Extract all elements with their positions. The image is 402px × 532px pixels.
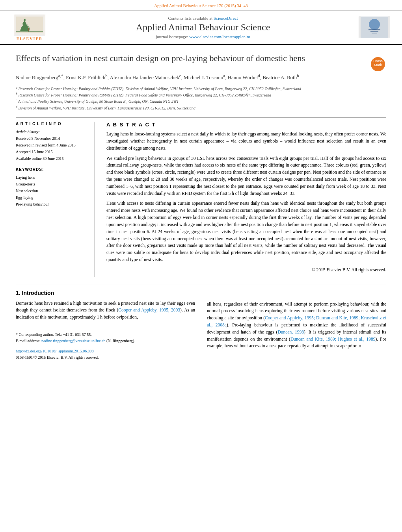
svg-rect-3: [16, 31, 43, 32]
affiliations: a Research Centre for Proper Housing: Po…: [16, 85, 386, 111]
footnote-area: * Corresponding author. Tel.: +41 31 631…: [16, 329, 195, 361]
keyword-3: Nest selection: [16, 187, 86, 194]
ref-cooper-kite-kruschwitz[interactable]: Cooper and Appleby, 1995; Duncan and Kit…: [207, 315, 386, 327]
abstract-heading: A B S T R A C T: [106, 122, 386, 128]
journal-center-info: Contents lists available at ScienceDirec…: [47, 16, 359, 39]
ref-cooper-appleby-1995-2003[interactable]: Cooper and Appleby, 1995, 2003: [118, 308, 180, 312]
intro-left-text: Domestic hens have retained a high motiv…: [16, 300, 195, 321]
intro-right-text: all hens, regardless of their environmen…: [207, 301, 386, 350]
main-content: Effects of variation in nest curtain des…: [0, 45, 402, 369]
accepted-date: Accepted 15 June 2015: [16, 148, 86, 155]
introduction-section: 1. Introduction Domestic hens have retai…: [16, 290, 386, 361]
crossmark-logo: Cross Mark: [370, 57, 386, 72]
abstract-para-2: We studied pre-laying behaviour in group…: [106, 155, 386, 197]
journal-title: Applied Animal Behaviour Science: [55, 22, 351, 33]
journal-logo: [359, 17, 390, 38]
history-label: Article history:: [16, 128, 86, 135]
intro-heading: 1. Introduction: [16, 290, 195, 296]
contents-available: Contents lists available at ScienceDirec…: [55, 16, 351, 20]
issn-line: 0168-1591/© 2015 Elsevier B.V. All right…: [16, 354, 195, 361]
svg-point-5: [369, 19, 380, 30]
section-divider-1: [16, 117, 386, 118]
received-revised-date: Received in revised form 4 June 2015: [16, 142, 86, 148]
abstract-copyright: © 2015 Elsevier B.V. All rights reserved…: [106, 267, 386, 274]
article-info-panel: A R T I C L E I N F O Article history: R…: [16, 122, 95, 276]
top-bar: Applied Animal Behaviour Science 170 (20…: [0, 0, 402, 11]
journal-citation-link[interactable]: Applied Animal Behaviour Science 170 (20…: [154, 3, 248, 8]
abstract-body: Laying hens in loose-housing systems sel…: [106, 131, 386, 273]
keywords-heading: Keywords:: [16, 167, 86, 172]
svg-rect-2: [28, 28, 29, 32]
email-label: E-mail address:: [16, 339, 40, 343]
elsevier-logo: ELSEVIER: [12, 14, 47, 41]
intro-right-col: all hens, regardless of their environmen…: [207, 290, 386, 361]
homepage-link[interactable]: www.elsevier.com/locate/applanim: [189, 34, 250, 39]
sciencedirect-link[interactable]: ScienceDirect: [214, 16, 238, 20]
svg-rect-8: [372, 33, 377, 33]
footnote-name: (N. Ringgenberg).: [106, 339, 135, 343]
keyword-5: Pre-laying behaviour: [16, 201, 86, 208]
email-link[interactable]: nadine.ringgenberg@vetsuisse.unifue.ch: [41, 339, 106, 343]
svg-rect-7: [370, 31, 378, 32]
keyword-2: Group-nests: [16, 181, 86, 187]
ref-duncan-1998[interactable]: Duncan, 1998: [277, 330, 304, 334]
keyword-4: Egg-laying: [16, 194, 86, 201]
svg-text:Cross: Cross: [373, 59, 383, 63]
article-history: Article history: Received 8 November 201…: [16, 128, 86, 162]
intro-left-col: 1. Introduction Domestic hens have retai…: [16, 290, 195, 361]
abstract-para-1: Laying hens in loose-housing systems sel…: [106, 131, 386, 152]
svg-rect-6: [368, 29, 380, 30]
article-title: Effects of variation in nest curtain des…: [16, 53, 339, 64]
keywords-list: Laying hens Group-nests Nest selection E…: [16, 174, 86, 208]
svg-rect-1: [16, 17, 43, 33]
svg-text:Mark: Mark: [374, 63, 382, 67]
footnote-email-line: E-mail address: nadine.ringgenberg@vetsu…: [16, 338, 195, 344]
article-info-abstract: A R T I C L E I N F O Article history: R…: [16, 122, 386, 276]
elsevier-wordmark: ELSEVIER: [17, 37, 43, 41]
journal-header: ELSEVIER Contents lists available at Sci…: [0, 11, 402, 45]
received-date: Received 8 November 2014: [16, 135, 86, 142]
footnote-star: * Corresponding author. Tel.: +41 31 631…: [16, 332, 195, 338]
abstract-para-3: Hens with access to nests differing in c…: [106, 200, 386, 263]
authors-line: Nadine Ringgenberga,*, Ernst K.F. Fröhli…: [16, 72, 386, 82]
available-date: Available online 30 June 2015: [16, 155, 86, 162]
doi-link[interactable]: http://dx.doi.org/10.1016/j.applanim.201…: [16, 348, 195, 354]
conjunction-and: and: [374, 330, 380, 334]
abstract-panel: A B S T R A C T Laying hens in loose-hou…: [106, 122, 386, 276]
article-info-heading: A R T I C L E I N F O: [16, 122, 86, 126]
homepage-line: journal homepage: www.elsevier.com/locat…: [55, 34, 351, 39]
ref-duncan-kite-hughes[interactable]: Duncan and Kite, 1989; Hughes et al., 19…: [290, 337, 376, 341]
keyword-1: Laying hens: [16, 174, 86, 181]
section-divider-2: [16, 284, 386, 284]
